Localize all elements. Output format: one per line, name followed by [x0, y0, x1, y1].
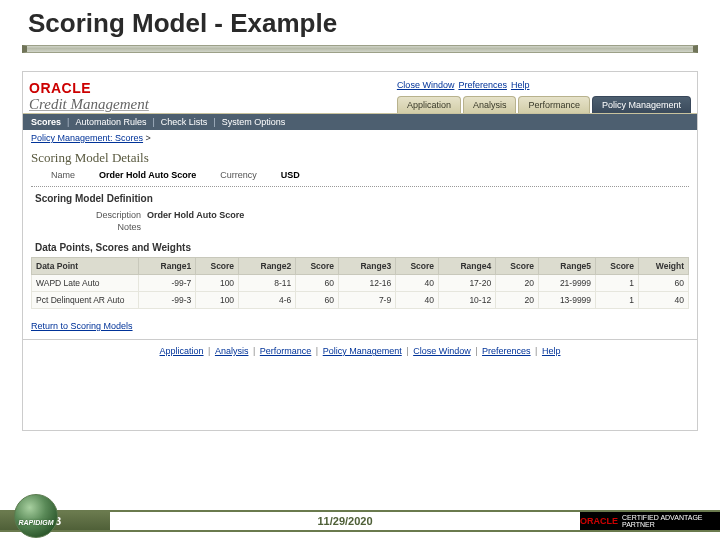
footer-date: 11/29/2020 [110, 512, 580, 530]
app-name: Credit Management [29, 96, 149, 113]
col-score1: Score [196, 258, 239, 275]
main-tabs: Application Analysis Performance Policy … [397, 95, 691, 113]
partner-badge: ORACLE CERTIFIED ADVANTAGE PARTNER [580, 512, 720, 530]
definition-block: Description Order Hold Auto Score Notes [23, 206, 697, 236]
details-row: Name Order Hold Auto Score Currency USD [23, 168, 697, 182]
tab-policy-management[interactable]: Policy Management [592, 96, 691, 113]
bottom-nav-prefs[interactable]: Preferences [480, 346, 533, 356]
brand-area: ORACLE Credit Management [29, 80, 149, 113]
tab-performance[interactable]: Performance [518, 96, 590, 113]
value-name: Order Hold Auto Score [99, 170, 196, 180]
subtab-scores[interactable]: Scores [31, 117, 61, 127]
label-name: Name [51, 170, 75, 180]
label-notes: Notes [83, 222, 141, 232]
bottom-nav-analysis[interactable]: Analysis [213, 346, 251, 356]
app-header: ORACLE Credit Management Close Window Pr… [23, 72, 697, 114]
data-points-table: Data Point Range1 Score Range2 Score Ran… [31, 257, 689, 309]
table-row: WAPD Late Auto -99-7 100 8-11 60 12-16 4… [32, 275, 689, 292]
col-datapoint: Data Point [32, 258, 139, 275]
title-underline [22, 45, 698, 53]
bottom-nav-application[interactable]: Application [158, 346, 206, 356]
breadcrumb: Policy Management: Scores > [23, 130, 697, 146]
col-score2: Score [296, 258, 339, 275]
breadcrumb-root[interactable]: Policy Management: Scores [31, 133, 143, 143]
bottom-nav-close[interactable]: Close Window [411, 346, 473, 356]
tab-application[interactable]: Application [397, 96, 461, 113]
bottom-nav-policy[interactable]: Policy Management [321, 346, 404, 356]
label-currency: Currency [220, 170, 257, 180]
top-links: Close Window Preferences Help [397, 76, 530, 90]
label-description: Description [83, 210, 141, 220]
subtab-check-lists[interactable]: Check Lists [161, 117, 208, 127]
divider [31, 186, 689, 187]
tab-analysis[interactable]: Analysis [463, 96, 517, 113]
cell-dp: WAPD Late Auto [32, 275, 139, 292]
value-description: Order Hold Auto Score [147, 210, 244, 220]
col-score3: Score [396, 258, 439, 275]
slide-footer: 13 11/29/2020 ORACLE CERTIFIED ADVANTAGE… [0, 494, 720, 540]
col-range3: Range3 [339, 258, 396, 275]
slide-title: Scoring Model - Example [0, 0, 720, 41]
col-range4: Range4 [439, 258, 496, 275]
oracle-logo: ORACLE [29, 80, 149, 96]
globe-icon [14, 494, 58, 538]
sub-tabs: Scores | Automation Rules | Check Lists … [23, 114, 697, 130]
col-range1: Range1 [139, 258, 196, 275]
help-link[interactable]: Help [511, 80, 530, 90]
partner-badge-text: CERTIFIED ADVANTAGE PARTNER [622, 514, 720, 528]
bottom-nav-performance[interactable]: Performance [258, 346, 314, 356]
app-window: ORACLE Credit Management Close Window Pr… [22, 71, 698, 431]
cell-dp: Pct Delinquent AR Auto [32, 292, 139, 309]
preferences-link[interactable]: Preferences [458, 80, 507, 90]
col-range2: Range2 [239, 258, 296, 275]
subsection-heading-definition: Scoring Model Definition [35, 193, 689, 204]
subsection-heading-datapoints: Data Points, Scores and Weights [35, 242, 689, 253]
bottom-nav-help[interactable]: Help [540, 346, 563, 356]
table-row: Pct Delinquent AR Auto -99-3 100 4-6 60 … [32, 292, 689, 309]
col-score4: Score [496, 258, 539, 275]
rapidigm-logo: RAPIDIGM [10, 519, 62, 526]
footer-bar: 13 11/29/2020 ORACLE CERTIFIED ADVANTAGE… [0, 510, 720, 532]
oracle-mark-icon: ORACLE [580, 516, 618, 526]
section-heading-details: Scoring Model Details [31, 150, 689, 166]
table-header-row: Data Point Range1 Score Range2 Score Ran… [32, 258, 689, 275]
subtab-automation-rules[interactable]: Automation Rules [75, 117, 146, 127]
breadcrumb-sep: > [146, 133, 151, 143]
bottom-nav: Application | Analysis | Performance | P… [23, 339, 697, 362]
col-range5: Range5 [538, 258, 595, 275]
close-window-link[interactable]: Close Window [397, 80, 455, 90]
col-score5: Score [596, 258, 639, 275]
col-weight: Weight [638, 258, 688, 275]
return-link[interactable]: Return to Scoring Models [31, 321, 133, 331]
value-currency: USD [281, 170, 300, 180]
subtab-system-options[interactable]: System Options [222, 117, 286, 127]
